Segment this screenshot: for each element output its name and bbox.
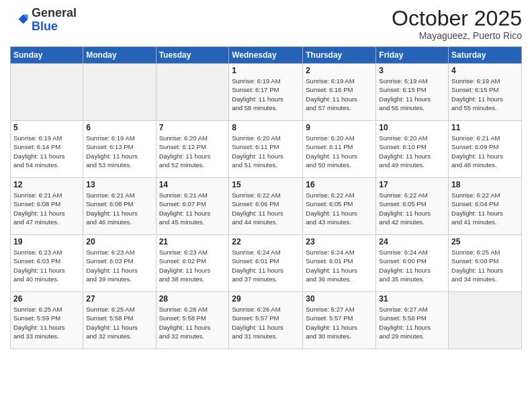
calendar-week-row: 1Sunrise: 6:19 AMSunset: 6:17 PMDaylight…	[11, 64, 522, 121]
day-number: 8	[232, 123, 300, 132]
day-info: Sunrise: 6:21 AMSunset: 6:08 PMDaylight:…	[13, 191, 80, 226]
day-info: Sunrise: 6:24 AMSunset: 6:01 PMDaylight:…	[232, 248, 300, 283]
day-info: Sunrise: 6:27 AMSunset: 5:56 PMDaylight:…	[379, 305, 445, 340]
day-info: Sunrise: 6:19 AMSunset: 6:17 PMDaylight:…	[232, 77, 300, 112]
day-number: 24	[379, 237, 445, 246]
day-number: 26	[13, 294, 80, 304]
calendar-cell	[83, 64, 156, 121]
day-number: 25	[451, 237, 519, 246]
calendar-cell	[449, 292, 522, 349]
calendar-cell: 6Sunrise: 6:19 AMSunset: 6:13 PMDaylight…	[83, 121, 156, 178]
logo-general-text: General	[32, 6, 77, 19]
calendar-cell	[11, 64, 83, 121]
day-number: 18	[451, 180, 519, 189]
calendar-cell: 4Sunrise: 6:19 AMSunset: 6:15 PMDaylight…	[449, 64, 522, 121]
day-number: 20	[86, 237, 152, 246]
day-info: Sunrise: 6:21 AMSunset: 6:09 PMDaylight:…	[451, 134, 519, 169]
day-number: 14	[159, 180, 226, 189]
weekday-header: Saturday	[449, 47, 522, 64]
calendar-cell: 15Sunrise: 6:22 AMSunset: 6:06 PMDayligh…	[229, 178, 303, 235]
calendar-cell: 3Sunrise: 6:19 AMSunset: 6:15 PMDaylight…	[376, 64, 449, 121]
title-block: October 2025 Mayagueez, Puerto Rico	[392, 7, 522, 41]
day-number: 27	[86, 294, 152, 304]
calendar-cell: 8Sunrise: 6:20 AMSunset: 6:11 PMDaylight…	[229, 121, 303, 178]
day-info: Sunrise: 6:19 AMSunset: 6:15 PMDaylight:…	[379, 77, 445, 112]
day-info: Sunrise: 6:21 AMSunset: 6:07 PMDaylight:…	[159, 191, 226, 226]
day-info: Sunrise: 6:24 AMSunset: 6:01 PMDaylight:…	[306, 248, 373, 283]
weekday-header: Wednesday	[229, 47, 303, 64]
calendar-cell	[156, 64, 229, 121]
day-info: Sunrise: 6:25 AMSunset: 5:59 PMDaylight:…	[13, 305, 80, 340]
calendar-week-row: 19Sunrise: 6:23 AMSunset: 6:03 PMDayligh…	[11, 235, 522, 292]
logo: General Blue	[10, 7, 77, 34]
day-info: Sunrise: 6:26 AMSunset: 5:58 PMDaylight:…	[159, 305, 226, 340]
day-info: Sunrise: 6:27 AMSunset: 5:57 PMDaylight:…	[306, 305, 373, 340]
day-number: 3	[379, 66, 445, 75]
day-number: 22	[232, 237, 300, 246]
calendar-cell: 10Sunrise: 6:20 AMSunset: 6:10 PMDayligh…	[376, 121, 449, 178]
logo-icon	[10, 11, 29, 30]
day-info: Sunrise: 6:19 AMSunset: 6:13 PMDaylight:…	[86, 134, 152, 169]
day-info: Sunrise: 6:26 AMSunset: 5:57 PMDaylight:…	[232, 305, 300, 340]
day-number: 15	[232, 180, 300, 189]
day-number: 31	[379, 294, 445, 304]
day-info: Sunrise: 6:24 AMSunset: 6:00 PMDaylight:…	[379, 248, 445, 283]
day-info: Sunrise: 6:20 AMSunset: 6:10 PMDaylight:…	[379, 134, 445, 169]
day-info: Sunrise: 6:22 AMSunset: 6:05 PMDaylight:…	[379, 191, 445, 226]
calendar-cell: 11Sunrise: 6:21 AMSunset: 6:09 PMDayligh…	[449, 121, 522, 178]
day-info: Sunrise: 6:23 AMSunset: 6:03 PMDaylight:…	[86, 248, 152, 283]
day-number: 28	[159, 294, 226, 304]
calendar-cell: 9Sunrise: 6:20 AMSunset: 6:11 PMDaylight…	[303, 121, 376, 178]
day-number: 13	[86, 180, 152, 189]
day-number: 2	[306, 66, 373, 75]
day-number: 16	[306, 180, 373, 189]
day-number: 4	[451, 66, 519, 75]
day-number: 12	[13, 180, 80, 189]
calendar-cell: 17Sunrise: 6:22 AMSunset: 6:05 PMDayligh…	[376, 178, 449, 235]
day-number: 17	[379, 180, 445, 189]
day-info: Sunrise: 6:20 AMSunset: 6:12 PMDaylight:…	[159, 134, 226, 169]
calendar-table: SundayMondayTuesdayWednesdayThursdayFrid…	[10, 46, 522, 349]
calendar-cell: 21Sunrise: 6:23 AMSunset: 6:02 PMDayligh…	[156, 235, 229, 292]
day-info: Sunrise: 6:20 AMSunset: 6:11 PMDaylight:…	[306, 134, 373, 169]
day-number: 10	[379, 123, 445, 132]
day-info: Sunrise: 6:20 AMSunset: 6:11 PMDaylight:…	[232, 134, 300, 169]
day-number: 9	[306, 123, 373, 132]
calendar-cell: 19Sunrise: 6:23 AMSunset: 6:03 PMDayligh…	[11, 235, 83, 292]
weekday-header-row: SundayMondayTuesdayWednesdayThursdayFrid…	[11, 47, 522, 64]
day-info: Sunrise: 6:25 AMSunset: 5:58 PMDaylight:…	[86, 305, 152, 340]
day-number: 19	[13, 237, 80, 246]
calendar-week-row: 5Sunrise: 6:19 AMSunset: 6:14 PMDaylight…	[11, 121, 522, 178]
weekday-header: Thursday	[303, 47, 376, 64]
day-number: 7	[159, 123, 226, 132]
calendar-cell: 28Sunrise: 6:26 AMSunset: 5:58 PMDayligh…	[156, 292, 229, 349]
calendar-cell: 25Sunrise: 6:25 AMSunset: 6:00 PMDayligh…	[449, 235, 522, 292]
calendar-cell: 13Sunrise: 6:21 AMSunset: 6:08 PMDayligh…	[83, 178, 156, 235]
header: General Blue October 2025 Mayagueez, Pue…	[10, 7, 522, 41]
calendar-week-row: 26Sunrise: 6:25 AMSunset: 5:59 PMDayligh…	[11, 292, 522, 349]
day-info: Sunrise: 6:19 AMSunset: 6:14 PMDaylight:…	[13, 134, 80, 169]
calendar-cell: 16Sunrise: 6:22 AMSunset: 6:05 PMDayligh…	[303, 178, 376, 235]
calendar-cell: 29Sunrise: 6:26 AMSunset: 5:57 PMDayligh…	[229, 292, 303, 349]
day-number: 6	[86, 123, 152, 132]
weekday-header: Monday	[83, 47, 156, 64]
day-info: Sunrise: 6:19 AMSunset: 6:16 PMDaylight:…	[306, 77, 373, 112]
calendar-cell: 5Sunrise: 6:19 AMSunset: 6:14 PMDaylight…	[11, 121, 83, 178]
day-info: Sunrise: 6:23 AMSunset: 6:03 PMDaylight:…	[13, 248, 80, 283]
day-number: 5	[13, 123, 80, 132]
calendar-cell: 22Sunrise: 6:24 AMSunset: 6:01 PMDayligh…	[229, 235, 303, 292]
calendar-cell: 27Sunrise: 6:25 AMSunset: 5:58 PMDayligh…	[83, 292, 156, 349]
day-info: Sunrise: 6:25 AMSunset: 6:00 PMDaylight:…	[451, 248, 519, 283]
day-info: Sunrise: 6:22 AMSunset: 6:04 PMDaylight:…	[451, 191, 519, 226]
calendar-cell: 14Sunrise: 6:21 AMSunset: 6:07 PMDayligh…	[156, 178, 229, 235]
weekday-header: Friday	[376, 47, 449, 64]
location: Mayagueez, Puerto Rico	[392, 30, 522, 41]
day-info: Sunrise: 6:22 AMSunset: 6:05 PMDaylight:…	[306, 191, 373, 226]
day-info: Sunrise: 6:23 AMSunset: 6:02 PMDaylight:…	[159, 248, 226, 283]
calendar-cell: 26Sunrise: 6:25 AMSunset: 5:59 PMDayligh…	[11, 292, 83, 349]
day-number: 23	[306, 237, 373, 246]
calendar-cell: 1Sunrise: 6:19 AMSunset: 6:17 PMDaylight…	[229, 64, 303, 121]
calendar-cell: 23Sunrise: 6:24 AMSunset: 6:01 PMDayligh…	[303, 235, 376, 292]
calendar-cell: 7Sunrise: 6:20 AMSunset: 6:12 PMDaylight…	[156, 121, 229, 178]
main-container: General Blue October 2025 Mayagueez, Pue…	[0, 0, 532, 411]
